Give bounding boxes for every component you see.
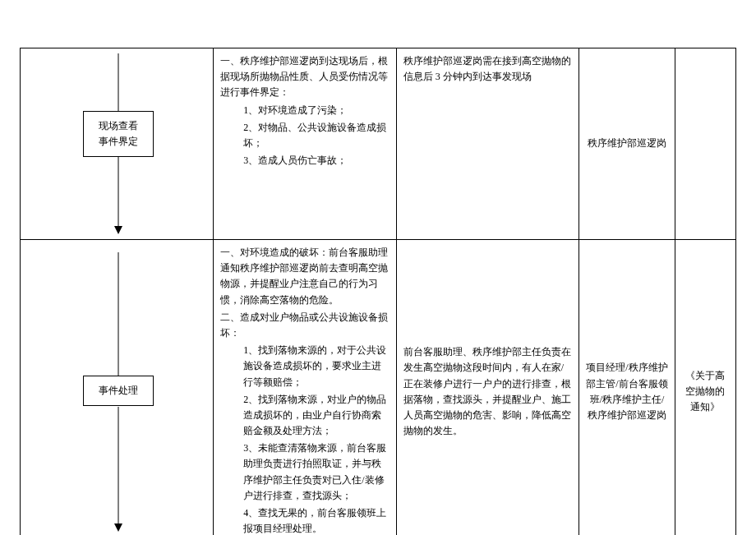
desc2-b3: 3、未能查清落物来源，前台客服助理负责进行拍照取证，并与秩序维护部主任负责对已入…: [220, 440, 390, 504]
desc2-a: 一、对环境造成的破坏：前台客服助理通知秩序维护部巡逻岗前去查明高空抛物源，并提醒…: [220, 245, 390, 308]
flow-cell-2: 事件处理: [21, 240, 214, 536]
req-cell-1: 秩序维护部巡逻岗需在接到高空抛物的信息后 3 分钟内到达事发现场: [396, 48, 579, 240]
svg-marker-2: [114, 226, 122, 234]
desc-cell-2: 一、对环境造成的破坏：前台客服助理通知秩序维护部巡逻岗前去查明高空抛物源，并提醒…: [214, 240, 397, 536]
resp2-text: 项目经理/秩序维护部主管/前台客服领班/秩序维护主任/秩序维护部巡逻岗: [586, 362, 667, 421]
table-row: 现场查看 事件界定 一、秩序维护部巡逻岗到达现场后，根据现场所抛物品性质、人员受…: [21, 48, 736, 240]
req2-text: 前台客服助理、秩序维护部主任负责在发生高空抛物这段时间内，有人在家/正在装修户进…: [403, 346, 571, 436]
flow-box-handle: 事件处理: [83, 376, 154, 406]
desc1-item1: 1、对环境造成了污染；: [220, 103, 390, 118]
document-page: 现场查看 事件界定 一、秩序维护部巡逻岗到达现场后，根据现场所抛物品性质、人员受…: [0, 48, 756, 535]
note2-text: 《关于高空抛物的通知》: [685, 370, 725, 413]
desc2-b2: 2、找到落物来源，对业户的物品造成损坏的，由业户自行协商索赔金额及处理方法；: [220, 392, 390, 440]
note-cell-1: [675, 48, 735, 240]
flow-cell-1: 现场查看 事件界定: [21, 48, 214, 240]
desc2-b: 二、造成对业户物品或公共设施设备损坏：: [220, 310, 390, 341]
flow-box-line2: 事件界定: [99, 134, 138, 150]
flow-box2-label: 事件处理: [99, 385, 138, 396]
note-cell-2: 《关于高空抛物的通知》: [675, 240, 735, 536]
resp-cell-2: 项目经理/秩序维护部主管/前台客服领班/秩序维护主任/秩序维护部巡逻岗: [579, 240, 675, 536]
desc2-b1: 1、找到落物来源的，对于公共设施设备造成损坏的，要求业主进行等额赔偿；: [220, 343, 390, 390]
flow-box-inspect: 现场查看 事件界定: [83, 111, 154, 157]
resp-cell-1: 秩序维护部巡逻岗: [579, 48, 675, 240]
svg-marker-5: [114, 523, 122, 532]
process-table: 现场查看 事件界定 一、秩序维护部巡逻岗到达现场后，根据现场所抛物品性质、人员受…: [20, 48, 736, 535]
desc1-item3: 3、造成人员伤亡事故；: [220, 153, 390, 168]
desc1-intro: 一、秩序维护部巡逻岗到达现场后，根据现场所抛物品性质、人员受伤情况等进行事件界定…: [220, 53, 390, 101]
resp1-text: 秩序维护部巡逻岗: [588, 137, 666, 149]
req1-text: 秩序维护部巡逻岗需在接到高空抛物的信息后 3 分钟内到达事发现场: [403, 55, 571, 82]
flow-wrap-1: 现场查看 事件界定: [27, 53, 210, 234]
table-row: 事件处理 一、对环境造成的破坏：前台客服助理通知秩序维护部巡逻岗前去查明高空抛物…: [21, 240, 736, 536]
flow-box-line1: 现场查看: [99, 118, 138, 134]
req-cell-2: 前台客服助理、秩序维护部主任负责在发生高空抛物这段时间内，有人在家/正在装修户进…: [396, 240, 579, 536]
desc-cell-1: 一、秩序维护部巡逻岗到达现场后，根据现场所抛物品性质、人员受伤情况等进行事件界定…: [214, 48, 397, 240]
flow-wrap-2: 事件处理: [27, 252, 210, 532]
desc2-b4: 4、查找无果的，前台客服领班上报项目经理处理。: [220, 505, 390, 535]
desc1-item2: 2、对物品、公共设施设备造成损坏；: [220, 120, 390, 151]
